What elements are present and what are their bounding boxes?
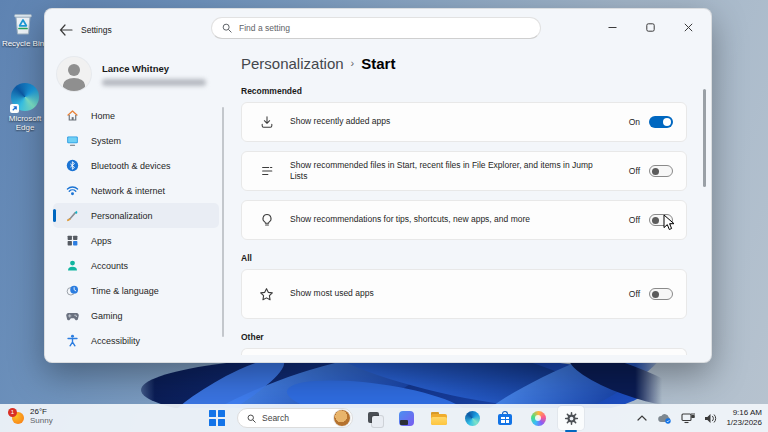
profile-name: Lance Whitney	[102, 63, 206, 74]
sidebar-item-label: Bluetooth & devices	[91, 161, 171, 171]
selected-indicator	[53, 209, 56, 222]
task-view-button[interactable]	[360, 406, 386, 430]
sidebar-item-time-language[interactable]: Time & language	[53, 278, 219, 303]
start-button[interactable]	[204, 406, 230, 430]
section-title: All	[241, 253, 687, 263]
apps-icon	[65, 234, 79, 248]
store-button[interactable]	[492, 406, 518, 430]
chevron-up-icon[interactable]	[634, 411, 649, 426]
store-icon	[495, 408, 515, 428]
network-icon	[65, 184, 79, 198]
toggle-switch[interactable]	[649, 214, 673, 226]
section-title: Other	[241, 332, 687, 342]
desktop-icon-label: Microsoft Edge	[3, 114, 47, 132]
clock[interactable]: 9:16 AM 1/23/2026	[726, 408, 762, 429]
sidebar-item-network-internet[interactable]: Network & internet	[53, 178, 219, 203]
setting-card: Show recently added appsOn	[241, 102, 687, 142]
toggle-switch[interactable]	[649, 165, 673, 177]
recycle-bin-icon	[8, 8, 38, 38]
setting-card: Show recommendations for tips, shortcuts…	[241, 200, 687, 240]
toggle-switch[interactable]	[649, 288, 673, 300]
weather-temp: 26°F	[30, 407, 53, 416]
notification-badge: 1	[8, 408, 17, 417]
system-tray: 9:16 AM 1/23/2026	[634, 404, 762, 432]
desktop-icon-recycle-bin[interactable]: Recycle Bin	[1, 8, 45, 48]
edge-icon	[10, 83, 40, 113]
maximize-button[interactable]	[631, 9, 669, 45]
weather-widget[interactable]: 1 26°F Sunny	[8, 407, 53, 425]
system-icon	[65, 134, 79, 148]
sidebar-item-apps[interactable]: Apps	[53, 228, 219, 253]
shortcut-arrow-icon	[10, 104, 19, 113]
breadcrumb-parent[interactable]: Personalization	[241, 55, 344, 72]
start-icon	[207, 408, 227, 428]
sidebar-item-label: Network & internet	[91, 186, 165, 196]
weather-condition: Sunny	[30, 416, 53, 425]
toggle-state-label: Off	[629, 215, 640, 225]
sidebar-item-label: Gaming	[91, 311, 123, 321]
accounts-icon	[65, 259, 79, 273]
settings-icon	[561, 408, 581, 428]
account-profile[interactable]: Lance Whitney	[57, 57, 233, 91]
minimize-button[interactable]	[593, 9, 631, 45]
sidebar-item-label: Home	[91, 111, 115, 121]
setting-label: Show recently added apps	[290, 116, 396, 127]
breadcrumb: Personalization › Start	[241, 53, 687, 73]
desktop-icon-label: Recycle Bin	[1, 39, 45, 48]
volume-icon[interactable]	[703, 411, 718, 426]
sidebar-item-accounts[interactable]: Accounts	[53, 253, 219, 278]
onedrive-icon[interactable]	[657, 411, 672, 426]
widgets-icon	[396, 408, 416, 428]
sidebar-item-system[interactable]: System	[53, 128, 219, 153]
search-placeholder: Find a setting	[239, 23, 290, 33]
setting-card: Show recommended files in Start, recent …	[241, 151, 687, 191]
close-button[interactable]	[669, 9, 707, 45]
gaming-icon	[65, 309, 79, 323]
copilot-icon	[528, 408, 548, 428]
setting-card-partial	[241, 348, 687, 355]
sidebar-item-label: Accessibility	[91, 336, 140, 346]
back-button[interactable]	[59, 22, 73, 34]
file-explorer-button[interactable]	[426, 406, 452, 430]
edge-icon	[462, 408, 482, 428]
copilot-button[interactable]	[525, 406, 551, 430]
network-icon-tray[interactable]	[680, 411, 695, 426]
sidebar-item-accessibility[interactable]: Accessibility	[53, 328, 219, 353]
settings-window: Settings Find a setting	[44, 8, 712, 363]
personalization-icon	[65, 209, 79, 223]
desktop: Recycle Bin Microsoft Edge Settings Find…	[0, 0, 768, 432]
settings-search-input[interactable]: Find a setting	[211, 17, 541, 39]
sidebar: Lance Whitney HomeSystemBluetooth & devi…	[45, 45, 233, 363]
time-language-icon	[65, 284, 79, 298]
titlebar: Settings Find a setting	[45, 9, 711, 45]
tray-date: 1/23/2026	[726, 418, 762, 428]
taskbar-search[interactable]: Search	[237, 408, 353, 428]
lightbulb-icon	[259, 213, 274, 228]
search-icon	[247, 414, 256, 423]
sidebar-item-label: Personalization	[91, 211, 153, 221]
sidebar-item-bluetooth-devices[interactable]: Bluetooth & devices	[53, 153, 219, 178]
toggle-state-label: Off	[629, 166, 640, 176]
profile-email-redacted	[102, 79, 206, 86]
star-icon	[259, 287, 274, 302]
edge-button[interactable]	[459, 406, 485, 430]
setting-label: Show recommended files in Start, recent …	[290, 160, 613, 182]
sidebar-item-home[interactable]: Home	[53, 103, 219, 128]
setting-label: Show most used apps	[290, 288, 380, 299]
avatar	[57, 57, 91, 91]
sidebar-item-gaming[interactable]: Gaming	[53, 303, 219, 328]
sidebar-item-personalization[interactable]: Personalization	[53, 203, 219, 228]
setting-card: Show most used appsOff	[241, 269, 687, 319]
widgets-button[interactable]	[393, 406, 419, 430]
main-content: Personalization › Start RecommendedShow …	[233, 45, 711, 363]
content-scrollbar[interactable]	[703, 89, 706, 187]
window-title: Settings	[81, 25, 112, 35]
settings-button[interactable]	[558, 406, 584, 430]
sidebar-scrollbar[interactable]	[222, 107, 224, 337]
toggle-switch[interactable]	[649, 116, 673, 128]
page-title: Start	[361, 55, 395, 72]
search-highlight-image	[334, 410, 350, 426]
desktop-icon-edge[interactable]: Microsoft Edge	[3, 82, 47, 132]
taskbar-apps: Search	[204, 406, 584, 430]
task-view-icon	[363, 408, 383, 428]
